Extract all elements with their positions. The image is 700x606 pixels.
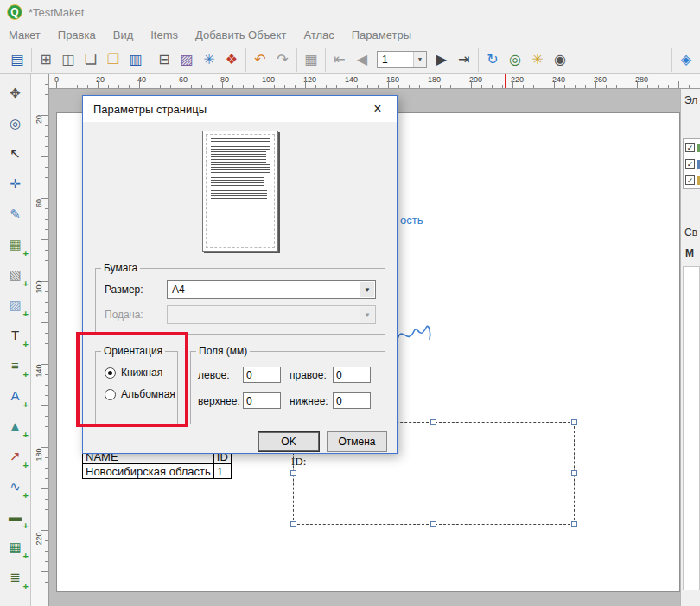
bottom-margin-input[interactable] (333, 392, 371, 409)
menu-item-5[interactable]: Добавить Объект (195, 29, 286, 41)
select-item-tool-icon[interactable]: ↖ (3, 142, 27, 165)
add-label-tool-icon: T (11, 328, 19, 342)
resize-handle[interactable] (571, 419, 577, 425)
margins-group-label: Поля (мм) (196, 345, 250, 357)
add-map-tool-icon[interactable]: ▦+ (3, 233, 27, 256)
cancel-button[interactable]: Отмена (327, 431, 387, 452)
ruler-tick (139, 81, 140, 88)
add-3d-map-tool-icon[interactable]: ▧+ (3, 263, 27, 286)
save-as-icon[interactable]: ▥ (124, 48, 147, 71)
menu-item-1[interactable]: Макет (9, 29, 41, 41)
resize-handle[interactable] (430, 521, 436, 527)
zoom-full-icon[interactable]: ◎ (504, 48, 526, 71)
dialog-title-bar: Параметры страницы × (83, 96, 397, 122)
pan-tool-icon[interactable]: ✥ (3, 81, 27, 105)
atlas-grid-icon[interactable]: ▦ (300, 48, 322, 71)
close-icon[interactable]: × (369, 101, 386, 117)
resize-handle[interactable] (290, 521, 296, 527)
add-picture-tool-icon[interactable]: ▨+ (3, 293, 27, 316)
map-label-fragment: ость (400, 214, 423, 226)
add-html-tool-icon[interactable]: ≣+ (3, 565, 27, 589)
add-arrow-tool-icon[interactable]: ↗+ (3, 444, 27, 468)
add-polygon-tool-icon[interactable]: ▲+ (3, 414, 27, 437)
zoom-layout-icon[interactable]: ◈ (675, 48, 697, 71)
ok-button[interactable]: OK (258, 431, 320, 452)
edit-nodes-tool-icon[interactable]: ✎ (3, 202, 27, 226)
right-dock: Эл ✓✓✓ Св М (680, 89, 700, 606)
size-label: Размер: (105, 284, 167, 296)
menu-item-3[interactable]: Вид (113, 29, 134, 41)
menu-item-7[interactable]: Параметры (352, 29, 411, 41)
ruler-tick (595, 81, 596, 88)
settings-icon[interactable]: ✳ (526, 48, 549, 71)
zoom-tool-icon[interactable]: ◎ (3, 112, 27, 135)
resize-handle[interactable] (430, 419, 436, 425)
export-svg-icon[interactable]: ✳ (198, 48, 220, 71)
menu-item-2[interactable]: Правка (58, 29, 96, 41)
ruler-tick (45, 395, 48, 396)
item-visibility-row[interactable]: ✓ (684, 156, 700, 172)
ruler-tick (502, 85, 503, 88)
add-plus-badge-icon: + (23, 490, 29, 501)
ruler-tick (305, 81, 306, 88)
layout-manager-icon[interactable]: ❏ (80, 48, 102, 71)
ruler-tick (45, 312, 48, 313)
zoom-search-icon[interactable]: ◉ (549, 48, 571, 71)
last-feature-icon[interactable]: ⇥ (453, 48, 475, 71)
ruler-tick (45, 374, 48, 375)
ruler-tick (347, 81, 347, 88)
new-layout-icon[interactable]: ⊞ (35, 48, 57, 71)
ruler-tick (129, 85, 130, 88)
resize-handle[interactable] (571, 470, 577, 476)
save-layout-icon[interactable]: ▤ (6, 48, 29, 71)
paper-size-select[interactable]: A4 ▼ (167, 280, 376, 299)
right-margin-input[interactable] (333, 367, 371, 383)
first-feature-icon[interactable]: ⇤ (328, 48, 351, 71)
add-table-tool-icon[interactable]: ▦+ (3, 535, 27, 558)
checkbox-checked-icon[interactable]: ✓ (685, 175, 695, 185)
open-folder-icon[interactable]: ❒ (102, 48, 124, 71)
add-text-tool-icon: A (10, 388, 19, 403)
checkbox-checked-icon[interactable]: ✓ (685, 143, 695, 152)
add-node-shape-tool-icon[interactable]: ∿+ (3, 475, 27, 498)
duplicate-layout-icon[interactable]: ◫ (57, 48, 80, 71)
prev-feature-icon[interactable]: ◀ (351, 48, 373, 71)
top-margin-input[interactable] (243, 392, 281, 409)
ruler-tick (554, 81, 555, 88)
add-scalebar-tool-icon[interactable]: ▬+ (3, 505, 27, 528)
add-label-tool-icon[interactable]: T+ (3, 323, 27, 347)
ruler-tick (98, 81, 99, 88)
menu-item-4[interactable]: Items (150, 29, 178, 41)
annotation-highlight (76, 332, 188, 427)
menu-item-6[interactable]: Атлас (303, 29, 334, 41)
add-3d-map-tool-icon: ▧ (9, 267, 21, 283)
ruler-tick (45, 271, 48, 271)
redo-icon[interactable]: ↷ (271, 48, 294, 71)
resize-handle[interactable] (290, 470, 296, 476)
main-toolbar: ▤⊞◫❏❒▥⊟▨✳❖↶↷▦⇤◀1▼▶⇥↻◎✳◉◈ (0, 45, 700, 74)
export-pdf-icon[interactable]: ❖ (220, 48, 243, 71)
item-visibility-row[interactable]: ✓ (684, 172, 700, 188)
ruler-tick (45, 509, 48, 510)
add-text-tool-icon[interactable]: A+ (3, 384, 27, 407)
ruler-tick (45, 291, 48, 292)
item-visibility-row[interactable]: ✓ (684, 139, 700, 156)
ruler-position-marker (505, 74, 506, 88)
refresh-icon[interactable]: ↻ (481, 48, 504, 71)
resize-handle[interactable] (571, 521, 577, 527)
next-feature-icon[interactable]: ▶ (430, 48, 453, 71)
toolbar-group: ⊟▨✳❖ (150, 48, 245, 72)
toolbar-group: ◈ (671, 48, 700, 72)
left-margin-input[interactable] (243, 367, 281, 383)
ruler-tick (201, 85, 202, 88)
right-margin-label: правое: (290, 369, 333, 381)
add-legend-tool-icon[interactable]: ≡+ (3, 354, 27, 377)
undo-icon[interactable]: ↶ (249, 48, 271, 71)
export-image-icon[interactable]: ▨ (175, 48, 198, 71)
vruler-label: 100 (35, 277, 43, 297)
vruler-label: 20 (35, 109, 43, 130)
move-content-tool-icon[interactable]: ✛ (3, 172, 27, 195)
checkbox-checked-icon[interactable]: ✓ (685, 159, 695, 169)
page-number-combo[interactable]: 1▼ (377, 51, 427, 68)
print-icon[interactable]: ⊟ (153, 48, 175, 71)
